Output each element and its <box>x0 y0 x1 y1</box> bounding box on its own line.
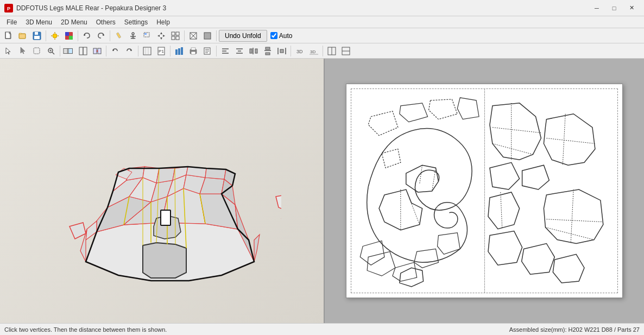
lasso-button[interactable] <box>30 45 43 57</box>
app-icon: P <box>4 4 13 12</box>
3d-viewport[interactable] <box>0 59 325 323</box>
svg-rect-61 <box>175 49 178 55</box>
svg-rect-63 <box>181 47 183 55</box>
join-button[interactable] <box>91 45 104 57</box>
2d-viewport[interactable] <box>325 59 644 323</box>
svg-marker-157 <box>522 165 550 189</box>
auto-checkbox[interactable] <box>270 32 277 39</box>
auto-check-label[interactable]: Auto <box>270 32 293 40</box>
layout1-button[interactable] <box>325 45 338 57</box>
separator5 <box>216 30 217 41</box>
separator12 <box>323 46 323 56</box>
svg-line-160 <box>546 219 603 222</box>
page-1-button[interactable]: P1 <box>155 45 168 57</box>
svg-marker-138 <box>406 165 439 192</box>
texture-button[interactable] <box>62 30 75 42</box>
svg-marker-164 <box>488 231 522 266</box>
svg-point-10 <box>53 34 57 38</box>
svg-line-154 <box>563 114 565 165</box>
select-button[interactable] <box>141 30 154 42</box>
window-title: DDFOTUS Legs MALE Rear - Pepakura Design… <box>16 4 589 12</box>
svg-rect-25 <box>144 33 147 35</box>
pencil-button[interactable] <box>112 30 125 42</box>
svg-rect-77 <box>250 49 252 53</box>
svg-rect-16 <box>65 32 69 36</box>
svg-marker-162 <box>488 192 520 229</box>
maximize-button[interactable]: □ <box>606 3 622 14</box>
menu-2d[interactable]: 2D Menu <box>56 16 92 28</box>
svg-marker-39 <box>21 47 25 54</box>
menu-others[interactable]: Others <box>92 16 120 28</box>
svg-marker-117 <box>143 243 186 278</box>
close-button[interactable]: ✕ <box>623 3 640 14</box>
menu-settings[interactable]: Settings <box>120 16 152 28</box>
separator6 <box>60 46 60 56</box>
space-h-button[interactable] <box>275 45 288 57</box>
separator9 <box>170 46 171 56</box>
svg-rect-9 <box>34 36 40 39</box>
grid-button[interactable] <box>169 30 182 42</box>
svg-marker-28 <box>157 35 160 37</box>
separator7 <box>106 46 106 56</box>
svg-line-155 <box>546 138 595 144</box>
chart-button[interactable] <box>173 45 186 57</box>
3d-model <box>42 88 281 294</box>
svg-marker-148 <box>400 268 424 287</box>
svg-line-42 <box>52 52 54 54</box>
svg-marker-29 <box>163 35 165 37</box>
svg-text:P1: P1 <box>159 49 164 54</box>
svg-marker-135 <box>457 98 479 119</box>
undo2-button[interactable] <box>109 45 122 57</box>
light-button[interactable] <box>48 30 61 42</box>
menu-help[interactable]: Help <box>152 16 174 28</box>
layout2-button[interactable] <box>339 45 352 57</box>
anchor-button[interactable] <box>127 30 140 42</box>
svg-marker-27 <box>160 37 162 40</box>
svg-rect-31 <box>176 32 179 35</box>
pointer-button[interactable] <box>16 45 29 57</box>
align-left-button[interactable] <box>219 45 232 57</box>
titlebar: P DDFOTUS Legs MALE Rear - Pepakura Desi… <box>0 0 644 16</box>
save-button[interactable] <box>30 30 43 42</box>
3d-view2-button[interactable]: 3D <box>307 45 320 57</box>
menu-3d[interactable]: 3D Menu <box>21 16 56 28</box>
separator11 <box>291 46 291 56</box>
split-button[interactable] <box>77 45 90 57</box>
undo-unfold-button[interactable]: Undo Unfold <box>219 30 267 42</box>
svg-rect-8 <box>35 32 38 35</box>
svg-marker-130 <box>276 194 281 212</box>
menu-file[interactable]: File <box>2 16 21 28</box>
svg-marker-158 <box>544 189 603 243</box>
3d-view1-button[interactable]: 3D <box>293 45 306 57</box>
redo-button[interactable] <box>94 30 108 42</box>
print-button[interactable] <box>187 45 200 57</box>
svg-marker-153 <box>544 114 595 165</box>
toolbar2: P1 3D 3D <box>0 43 644 59</box>
svg-line-161 <box>545 227 594 240</box>
paper-sheet <box>346 84 623 298</box>
svg-text:3D: 3D <box>296 49 303 54</box>
undo-button[interactable] <box>80 30 93 42</box>
wireframe-button[interactable] <box>187 30 200 42</box>
move-button[interactable] <box>155 30 168 42</box>
svg-rect-65 <box>191 48 195 50</box>
zoom-button[interactable] <box>45 45 58 57</box>
align-center-button[interactable] <box>233 45 246 57</box>
separator8 <box>138 46 138 56</box>
unfolded-pattern <box>352 90 617 292</box>
svg-rect-2 <box>5 32 10 39</box>
svg-rect-52 <box>98 48 101 54</box>
redo2-button[interactable] <box>123 45 136 57</box>
minimize-button[interactable]: ─ <box>589 3 605 14</box>
solid-button[interactable] <box>201 30 214 42</box>
settings2-button[interactable] <box>201 45 214 57</box>
page-grid-button[interactable] <box>141 45 154 57</box>
svg-marker-165 <box>522 243 555 274</box>
new-button[interactable] <box>2 30 15 42</box>
distribute-v-button[interactable] <box>261 45 274 57</box>
open-button[interactable] <box>16 30 29 42</box>
cursor-button[interactable] <box>2 45 15 57</box>
svg-rect-20 <box>116 32 121 38</box>
fold-button[interactable] <box>62 45 75 57</box>
distribute-h-button[interactable] <box>247 45 260 57</box>
